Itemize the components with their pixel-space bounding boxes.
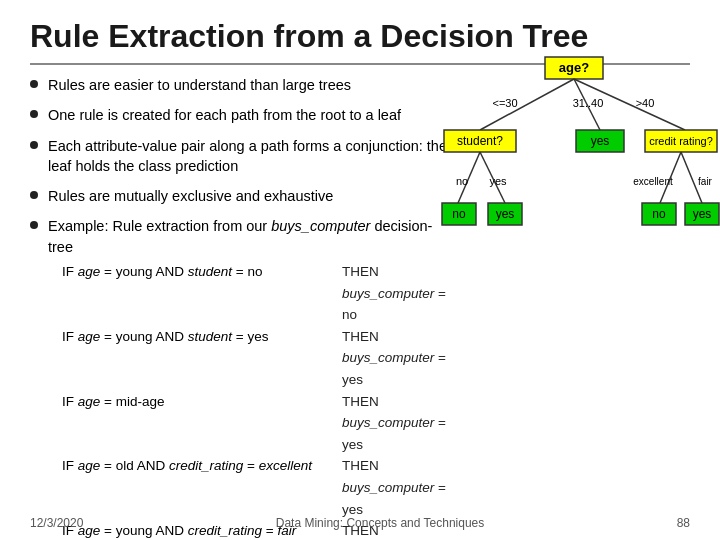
svg-text:yes: yes bbox=[489, 175, 507, 187]
bullet-dot-2 bbox=[30, 110, 38, 118]
svg-text:yes: yes bbox=[693, 207, 712, 221]
slide-title: Rule Extraction from a Decision Tree bbox=[30, 18, 690, 55]
svg-text:student?: student? bbox=[457, 134, 503, 148]
bullet-text-2: One rule is created for each path from t… bbox=[48, 105, 401, 125]
svg-text:no: no bbox=[452, 207, 466, 221]
example-if-4: IF age = old AND credit_rating = excelle… bbox=[62, 455, 332, 520]
svg-text:excellent: excellent bbox=[633, 176, 673, 187]
svg-text:credit rating?: credit rating? bbox=[649, 135, 713, 147]
bullet-dot-1 bbox=[30, 80, 38, 88]
bullet-text-4: Rules are mutually exclusive and exhaust… bbox=[48, 186, 333, 206]
example-then-2: THEN buys_computer = yes bbox=[342, 326, 450, 391]
svg-text:yes: yes bbox=[496, 207, 515, 221]
bullet-2: One rule is created for each path from t… bbox=[30, 105, 450, 125]
bullet-text-5: Example: Rule extraction from our buys_c… bbox=[48, 216, 450, 257]
tree-svg: age? <=30 31..40 >40 student? yes credit… bbox=[440, 55, 720, 285]
example-then-4: THEN buys_computer = yes bbox=[342, 455, 450, 520]
example-if-3: IF age = mid-age bbox=[62, 391, 332, 456]
example-row-2: IF age = young AND student = yes THEN bu… bbox=[62, 326, 450, 391]
example-if-2: IF age = young AND student = yes bbox=[62, 326, 332, 391]
bullet-5: Example: Rule extraction from our buys_c… bbox=[30, 216, 450, 257]
svg-text:<=30: <=30 bbox=[492, 97, 517, 109]
examples-table: IF age = young AND student = no THEN buy… bbox=[62, 261, 450, 540]
svg-text:no: no bbox=[652, 207, 666, 221]
footer-source: Data Mining: Concepts and Techniques bbox=[276, 516, 485, 530]
svg-text:yes: yes bbox=[591, 134, 610, 148]
bullet-4: Rules are mutually exclusive and exhaust… bbox=[30, 186, 450, 206]
slide: Rule Extraction from a Decision Tree age… bbox=[0, 0, 720, 540]
bullet-dot-3 bbox=[30, 141, 38, 149]
example-row-1: IF age = young AND student = no THEN buy… bbox=[62, 261, 450, 326]
bullet-text-1: Rules are easier to understand than larg… bbox=[48, 75, 351, 95]
example-then-1: THEN buys_computer = no bbox=[342, 261, 450, 326]
example-if-1: IF age = young AND student = no bbox=[62, 261, 332, 326]
svg-text:31..40: 31..40 bbox=[573, 97, 604, 109]
svg-text:fair: fair bbox=[698, 176, 713, 187]
svg-text:no: no bbox=[456, 175, 468, 187]
bullet-5-italic: buys_computer bbox=[271, 218, 370, 234]
bullet-1: Rules are easier to understand than larg… bbox=[30, 75, 450, 95]
example-then-3: THEN buys_computer = yes bbox=[342, 391, 450, 456]
footer-date: 12/3/2020 bbox=[30, 516, 83, 530]
bullet-dot-4 bbox=[30, 191, 38, 199]
bullet-5-prefix: Example: Rule extraction from our bbox=[48, 218, 271, 234]
bullet-text-3: Each attribute-value pair along a path f… bbox=[48, 136, 450, 177]
decision-tree-diagram: age? <=30 31..40 >40 student? yes credit… bbox=[440, 55, 720, 285]
bullet-list: Rules are easier to understand than larg… bbox=[30, 75, 460, 540]
svg-text:>40: >40 bbox=[636, 97, 655, 109]
example-row-4: IF age = old AND credit_rating = excelle… bbox=[62, 455, 450, 520]
example-row-3: IF age = mid-age THEN buys_computer = ye… bbox=[62, 391, 450, 456]
svg-text:age?: age? bbox=[559, 60, 589, 75]
bullet-dot-5 bbox=[30, 221, 38, 229]
footer-page: 88 bbox=[677, 516, 690, 530]
bullet-3: Each attribute-value pair along a path f… bbox=[30, 136, 450, 177]
footer: 12/3/2020 Data Mining: Concepts and Tech… bbox=[0, 516, 720, 530]
